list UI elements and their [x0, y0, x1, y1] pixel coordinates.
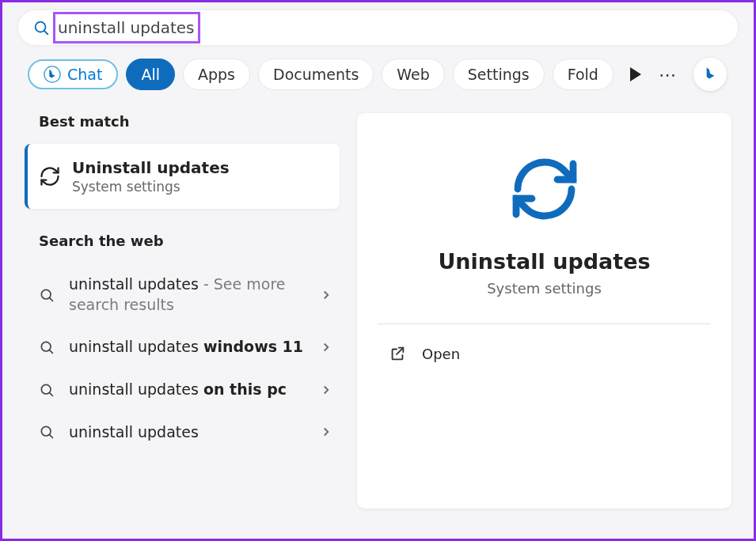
svg-point-0 [36, 22, 46, 32]
chevron-right-icon [319, 425, 333, 439]
bing-icon [700, 64, 720, 85]
chip-apps[interactable]: Apps [183, 59, 250, 90]
bing-icon [44, 66, 61, 83]
best-match-title: Uninstall updates [72, 158, 230, 177]
preview-title: Uninstall updates [381, 249, 708, 274]
svg-point-5 [41, 342, 51, 351]
web-result-item[interactable]: uninstall updates on this pc [25, 369, 340, 411]
chip-documents[interactable]: Documents [258, 59, 374, 90]
open-action[interactable]: Open [381, 339, 708, 369]
chevron-right-icon [319, 288, 333, 302]
search-icon [39, 339, 55, 355]
web-result-text: uninstall updates on this pc [69, 380, 305, 400]
web-result-text: uninstall updates windows 11 [69, 337, 305, 358]
search-icon [39, 287, 55, 303]
chevron-right-icon [319, 383, 333, 397]
svg-line-8 [50, 393, 53, 396]
preview-card: Uninstall updates System settings Open [357, 113, 731, 509]
search-icon [32, 19, 50, 36]
chip-folders[interactable]: Fold [553, 59, 614, 90]
chip-all[interactable]: All [126, 59, 175, 90]
bing-button[interactable] [693, 58, 727, 91]
web-result-item[interactable]: uninstall updates [25, 411, 340, 454]
svg-line-1 [44, 31, 47, 34]
web-result-item[interactable]: uninstall updates windows 11 [25, 326, 340, 369]
search-icon [39, 382, 55, 398]
chevron-right-icon [319, 340, 333, 354]
chip-web[interactable]: Web [382, 59, 444, 90]
preview-right-column: Uninstall updates System settings Open [349, 113, 754, 541]
more-options-icon[interactable]: ⋯ [659, 65, 676, 85]
open-external-icon [389, 345, 406, 362]
web-result-text: uninstall updates - See more search resu… [69, 274, 305, 315]
svg-point-9 [41, 427, 51, 437]
results-left-column: Best match Uninstall updates System sett… [2, 113, 349, 541]
filter-chip-row: Chat All Apps Documents Web Settings Fol… [28, 58, 746, 91]
divider [378, 323, 711, 324]
best-match-result[interactable]: Uninstall updates System settings [25, 144, 340, 209]
chip-settings[interactable]: Settings [453, 59, 545, 90]
sync-icon [507, 151, 583, 227]
search-input[interactable] [58, 18, 724, 37]
web-result-text: uninstall updates [69, 422, 305, 443]
svg-point-7 [41, 384, 51, 394]
chip-chat-label: Chat [67, 66, 102, 83]
svg-point-3 [41, 289, 51, 299]
sync-icon [39, 165, 61, 187]
open-label: Open [422, 346, 460, 362]
preview-subtitle: System settings [381, 280, 708, 297]
search-bar [18, 10, 738, 45]
search-web-heading: Search the web [39, 233, 340, 249]
svg-line-6 [50, 350, 53, 354]
svg-line-10 [50, 435, 53, 438]
scroll-right-icon[interactable] [630, 67, 641, 81]
chip-chat[interactable]: Chat [28, 59, 118, 89]
best-match-heading: Best match [39, 113, 340, 130]
best-match-subtitle: System settings [72, 179, 230, 195]
web-result-item[interactable]: uninstall updates - See more search resu… [25, 263, 340, 326]
web-results-list: uninstall updates - See more search resu… [25, 263, 340, 453]
svg-line-4 [50, 298, 53, 301]
search-icon [39, 424, 55, 440]
